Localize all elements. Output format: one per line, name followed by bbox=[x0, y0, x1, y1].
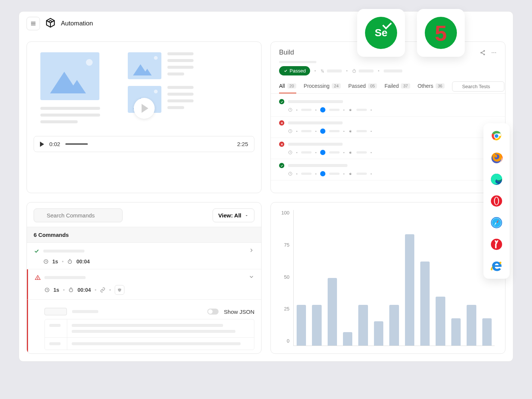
status-label: Passed bbox=[290, 68, 306, 74]
video-thumbnail-large bbox=[40, 52, 99, 100]
tab-processing[interactable]: Processing24 bbox=[304, 79, 341, 93]
link-icon[interactable] bbox=[100, 287, 105, 293]
view-dropdown[interactable]: View: All bbox=[213, 208, 254, 222]
svg-line-7 bbox=[482, 53, 483, 54]
play-icon[interactable] bbox=[40, 142, 44, 147]
chevron-right-icon[interactable] bbox=[248, 247, 254, 253]
panel-grid: 0:02 2:25 Build Passed bbox=[27, 41, 505, 354]
commands-panel: View: All 6 Commands 1s• 00:04 1s• 00:04… bbox=[27, 202, 262, 354]
json-toggle[interactable] bbox=[207, 309, 219, 315]
test-row[interactable] bbox=[271, 117, 505, 138]
chart-bar bbox=[297, 305, 306, 346]
play-button[interactable] bbox=[134, 98, 155, 119]
command-row[interactable]: 1s• 00:04• • bbox=[27, 269, 261, 300]
view-label: View: All bbox=[218, 212, 241, 219]
chart-bar bbox=[405, 234, 414, 346]
browser-rail bbox=[483, 123, 510, 279]
browser-chip-icon bbox=[320, 129, 325, 134]
svg-point-4 bbox=[481, 52, 482, 53]
video-controls: 0:02 2:25 bbox=[34, 136, 254, 152]
command-row[interactable]: 1s• 00:04 bbox=[27, 243, 261, 269]
test-row[interactable] bbox=[271, 159, 505, 180]
chart-bar bbox=[328, 278, 337, 346]
command-params-table bbox=[44, 319, 254, 350]
svg-point-32 bbox=[37, 279, 38, 279]
clock-icon bbox=[288, 129, 293, 133]
logo-icon bbox=[45, 18, 56, 30]
firefox-icon[interactable] bbox=[489, 150, 504, 165]
chart-bar bbox=[420, 262, 430, 346]
svg-line-41 bbox=[118, 289, 119, 289]
chart-panel: 1007550250 bbox=[270, 202, 505, 354]
chart-bar bbox=[467, 305, 476, 346]
video-duration: 2:25 bbox=[237, 141, 248, 147]
clock-icon bbox=[43, 259, 49, 264]
more-icon[interactable] bbox=[491, 50, 497, 56]
ie-icon[interactable] bbox=[489, 259, 504, 273]
chart-bar bbox=[482, 318, 492, 346]
safari-icon[interactable] bbox=[489, 215, 504, 230]
share-icon[interactable] bbox=[480, 50, 486, 56]
junit5-icon: 5 bbox=[425, 17, 457, 49]
video-progress[interactable] bbox=[65, 143, 88, 145]
chart-bar bbox=[358, 305, 368, 346]
bug-icon[interactable] bbox=[115, 285, 124, 295]
video-thumbnail-small bbox=[128, 52, 161, 79]
page-title: Automation bbox=[61, 20, 93, 27]
video-current-time: 0:02 bbox=[49, 141, 60, 147]
browser-chip-icon bbox=[320, 107, 325, 112]
clock-icon bbox=[288, 171, 293, 176]
selenium-icon: Se bbox=[365, 17, 397, 49]
x-icon bbox=[279, 120, 284, 126]
stopwatch-icon bbox=[68, 287, 74, 293]
x-icon bbox=[279, 142, 284, 147]
chevron-down-icon[interactable] bbox=[248, 274, 254, 280]
svg-point-28 bbox=[68, 260, 72, 263]
apple-icon bbox=[348, 150, 353, 155]
status-pill: Passed bbox=[279, 66, 310, 75]
commands-search-input[interactable] bbox=[34, 208, 123, 222]
tab-passed[interactable]: Passed05 bbox=[348, 79, 377, 93]
tab-failed[interactable]: Failed37 bbox=[384, 79, 410, 93]
test-row[interactable] bbox=[271, 95, 505, 117]
tab-all[interactable]: All20 bbox=[279, 79, 296, 93]
check-icon bbox=[279, 99, 284, 104]
tab-others[interactable]: Others36 bbox=[418, 79, 445, 93]
video-left-col bbox=[40, 52, 119, 127]
menu-button[interactable] bbox=[27, 17, 40, 30]
svg-point-34 bbox=[69, 288, 73, 292]
apple-icon bbox=[348, 108, 353, 112]
chart-bars bbox=[293, 210, 495, 346]
junit5-logo-card: 5 bbox=[417, 9, 465, 57]
svg-point-8 bbox=[492, 52, 492, 53]
check-icon bbox=[34, 248, 40, 254]
build-tabs: All20Processing24Passed05Failed37Others3… bbox=[271, 79, 505, 94]
test-row[interactable] bbox=[271, 138, 505, 159]
test-list bbox=[271, 94, 505, 182]
svg-point-5 bbox=[484, 54, 485, 55]
stopwatch-icon bbox=[67, 259, 72, 264]
warning-icon bbox=[35, 275, 41, 281]
tests-search-input[interactable] bbox=[452, 81, 504, 92]
edge-icon[interactable] bbox=[489, 172, 504, 187]
clock-icon bbox=[288, 150, 293, 155]
chart-bar bbox=[451, 318, 461, 346]
chrome-icon[interactable] bbox=[489, 129, 504, 143]
browser-chip-icon bbox=[320, 171, 325, 176]
svg-point-3 bbox=[484, 50, 485, 52]
chart-y-axis: 1007550250 bbox=[281, 210, 293, 346]
svg-line-42 bbox=[120, 289, 121, 289]
build-title: Build bbox=[279, 49, 294, 56]
chart-bar bbox=[374, 321, 383, 346]
yandex-icon[interactable] bbox=[489, 237, 504, 252]
selenium-logo-card: Se bbox=[357, 9, 405, 57]
chart-bar bbox=[436, 297, 445, 346]
chart-bar bbox=[389, 305, 399, 346]
svg-point-50 bbox=[495, 197, 498, 205]
browser-chip-icon bbox=[320, 150, 325, 155]
opera-icon[interactable] bbox=[489, 194, 504, 208]
video-body bbox=[27, 42, 261, 132]
svg-point-10 bbox=[495, 52, 496, 53]
chart-bar bbox=[312, 305, 321, 346]
svg-point-9 bbox=[494, 52, 494, 53]
